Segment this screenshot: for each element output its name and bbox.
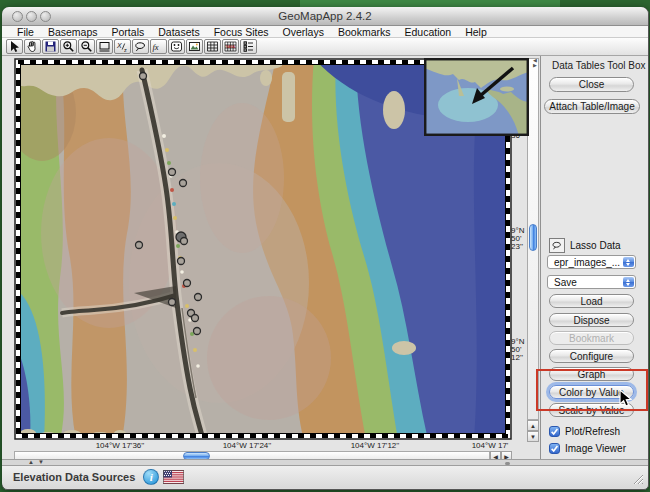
- table-select-value: epr_images_...: [554, 257, 620, 268]
- panel-title: Data Tables Tool Box: [552, 60, 646, 71]
- inset-map: [424, 58, 529, 136]
- select-area-icon: [98, 40, 111, 53]
- pan-hand-icon: [26, 40, 39, 53]
- stepper-icon[interactable]: [623, 257, 634, 267]
- bookmark-button: Bookmark: [549, 331, 634, 345]
- station-point[interactable]: [169, 169, 176, 176]
- us-flag-icon[interactable]: [163, 470, 184, 484]
- image-viewer-icon: [188, 40, 201, 53]
- zoom-in-icon: [62, 40, 75, 53]
- smiley-button[interactable]: [168, 39, 185, 54]
- attach-table-image-button[interactable]: Attach Table/Image: [544, 99, 640, 114]
- station-point[interactable]: [192, 315, 199, 322]
- layer-list-button[interactable]: [240, 39, 257, 54]
- lon-label: 104°W 17'12'': [351, 441, 400, 450]
- station-point[interactable]: [184, 280, 191, 287]
- svg-text:NASA: NASA: [226, 45, 236, 49]
- svg-text:z: z: [124, 47, 127, 53]
- close-button[interactable]: Close: [549, 77, 634, 92]
- bookmark-label: Bookmark: [569, 333, 614, 344]
- layer-list-icon: [242, 40, 255, 53]
- scroll-down-button[interactable]: ▼: [527, 431, 539, 442]
- resize-grip[interactable]: [631, 472, 644, 485]
- info-icon[interactable]: i: [143, 469, 159, 485]
- image-viewer-label: Image Viewer: [565, 443, 626, 454]
- menu-file[interactable]: File: [10, 26, 41, 38]
- status-bar: Elevation Data Sources i: [2, 466, 648, 488]
- select-area-button[interactable]: [96, 39, 113, 54]
- lon-label: 104°W 17'24'': [223, 441, 272, 450]
- configure-button[interactable]: Configure: [549, 349, 634, 363]
- image-viewer-button[interactable]: [186, 39, 203, 54]
- grid-button[interactable]: [204, 39, 221, 54]
- svg-text:fx: fx: [153, 42, 159, 52]
- divider-handle[interactable]: [505, 462, 510, 465]
- menu-bookmarks[interactable]: Bookmarks: [331, 26, 398, 38]
- station-point[interactable]: [194, 328, 201, 335]
- plot-refresh-label: Plot/Refresh: [565, 426, 620, 437]
- lon-label: 104°W 17': [472, 441, 509, 450]
- toolbar: XzfxNASA: [2, 38, 648, 56]
- lasso-data-label: Lasso Data: [570, 240, 621, 251]
- profile-xz-button[interactable]: Xz: [114, 39, 131, 54]
- nasa-grid-icon: NASA: [224, 40, 237, 53]
- check-icon: [550, 427, 559, 436]
- zoom-out-button[interactable]: [78, 39, 95, 54]
- attach-button-label: Attach Table/Image: [549, 101, 634, 112]
- pointer-icon: [8, 40, 21, 53]
- screen: GeoMapApp 2.4.2 FileBasemapsPortalsDatas…: [0, 0, 650, 492]
- save-icon: [44, 40, 57, 53]
- stepper-icon[interactable]: [623, 277, 634, 287]
- plot-refresh-checkbox-row: Plot/Refresh: [549, 426, 620, 437]
- zoom-out-icon: [80, 40, 93, 53]
- splitter-divider[interactable]: ▲ ▼: [2, 459, 648, 466]
- lon-label: 104°W 17'36'': [96, 441, 145, 450]
- load-label: Load: [580, 296, 602, 307]
- zoom-in-button[interactable]: [60, 39, 77, 54]
- collapse-down-icon[interactable]: ▼: [38, 459, 44, 465]
- menu-overlays[interactable]: Overlays: [276, 26, 331, 38]
- table-select-dropdown[interactable]: epr_images_...: [547, 255, 636, 269]
- menu-help[interactable]: Help: [458, 26, 494, 38]
- menu-education[interactable]: Education: [397, 26, 458, 38]
- close-button-label: Close: [579, 79, 605, 90]
- scroll-up-button[interactable]: ▲: [527, 420, 539, 431]
- mouse-cursor: [619, 389, 632, 408]
- function-fx-button[interactable]: fx: [150, 39, 167, 54]
- lasso-button[interactable]: [132, 39, 149, 54]
- menu-portals[interactable]: Portals: [105, 26, 152, 38]
- check-icon: [550, 444, 559, 453]
- collapse-up-icon[interactable]: ▲: [28, 459, 34, 465]
- menu-focus-sites[interactable]: Focus Sites: [207, 26, 276, 38]
- save-button[interactable]: [42, 39, 59, 54]
- svg-text:X: X: [116, 42, 122, 49]
- station-point[interactable]: [178, 258, 185, 265]
- profile-xz-icon: Xz: [116, 40, 129, 53]
- pointer-button[interactable]: [6, 39, 23, 54]
- station-point[interactable]: [140, 73, 147, 80]
- menu-basemaps[interactable]: Basemaps: [41, 26, 105, 38]
- station-point[interactable]: [181, 238, 188, 245]
- station-point[interactable]: [195, 294, 202, 301]
- plot-refresh-checkbox[interactable]: [549, 426, 560, 437]
- dispose-label: Dispose: [573, 315, 609, 326]
- dispose-button[interactable]: Dispose: [549, 313, 634, 327]
- splitter-collapse-left-icon[interactable]: ◀▶: [533, 58, 537, 68]
- smiley-icon: [170, 40, 183, 53]
- station-point[interactable]: [169, 299, 176, 306]
- load-button[interactable]: Load: [549, 294, 634, 308]
- image-viewer-checkbox[interactable]: [549, 443, 560, 454]
- save-select-dropdown[interactable]: Save: [547, 275, 636, 289]
- pan-hand-button[interactable]: [24, 39, 41, 54]
- lasso-icon: [134, 40, 147, 53]
- vertical-scrollbar-thumb[interactable]: [529, 224, 537, 251]
- lasso-icon[interactable]: [549, 238, 565, 253]
- function-fx-icon: fx: [152, 40, 165, 53]
- grid-icon: [206, 40, 219, 53]
- nasa-grid-button[interactable]: NASA: [222, 39, 239, 54]
- station-point[interactable]: [180, 180, 187, 187]
- menu-datasets[interactable]: Datasets: [151, 26, 206, 38]
- station-point[interactable]: [136, 242, 143, 249]
- window-title: GeoMapApp 2.4.2: [2, 10, 648, 22]
- save-select-value: Save: [554, 277, 577, 288]
